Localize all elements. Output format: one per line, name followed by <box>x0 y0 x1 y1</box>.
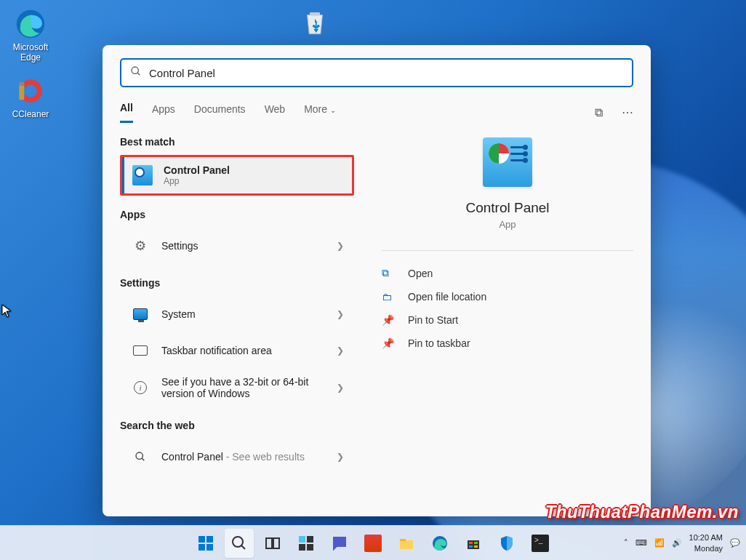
result-settings-app[interactable]: ⚙ Settings ❯ <box>120 228 354 264</box>
taskbar-office[interactable] <box>358 529 388 558</box>
svg-rect-18 <box>299 544 305 551</box>
section-best-match: Best match <box>120 136 354 148</box>
chevron-right-icon: ❯ <box>337 241 344 251</box>
desktop-label: CCleaner <box>3 109 58 119</box>
svg-rect-16 <box>299 536 305 543</box>
action-open-location[interactable]: 🗀Open file location <box>382 285 633 308</box>
svg-rect-2 <box>19 82 24 86</box>
svg-rect-25 <box>474 545 478 548</box>
taskbar-terminal[interactable]: >_ <box>526 529 555 558</box>
preview-title: Control Panel <box>465 200 549 216</box>
chevron-down-icon: ⌄ <box>330 106 336 114</box>
section-settings: Settings <box>120 277 354 289</box>
pin-icon: 📌 <box>382 314 398 326</box>
cursor-icon <box>1 304 12 321</box>
tab-more[interactable]: More ⌄ <box>304 103 336 122</box>
desktop-icon-edge[interactable]: Microsoft Edge <box>3 9 58 63</box>
svg-rect-14 <box>266 538 272 548</box>
start-search-panel: All Apps Documents Web More ⌄ ⧉ ⋯ Best m… <box>103 45 651 516</box>
tab-all[interactable]: All <box>120 102 133 123</box>
action-pin-start[interactable]: 📌Pin to Start <box>382 308 633 332</box>
desktop-icon-ccleaner[interactable]: CCleaner <box>3 76 58 119</box>
svg-rect-19 <box>307 544 313 551</box>
svg-line-7 <box>142 458 144 460</box>
action-open[interactable]: ⧉Open <box>382 261 633 285</box>
search-tabs: All Apps Documents Web More ⌄ ⧉ ⋯ <box>120 102 633 123</box>
keyboard-icon[interactable]: ⌨ <box>635 538 647 548</box>
result-32-64-bit[interactable]: i See if you have a 32-bit or 64-bit ver… <box>120 369 354 407</box>
svg-rect-3 <box>310 12 320 15</box>
svg-point-6 <box>136 452 143 459</box>
svg-rect-8 <box>198 536 205 543</box>
start-button[interactable] <box>191 529 220 558</box>
taskbar-store[interactable] <box>459 529 488 558</box>
svg-rect-17 <box>307 536 313 543</box>
open-icon: ⧉ <box>382 267 398 279</box>
result-taskbar-notification[interactable]: Taskbar notification area ❯ <box>120 332 354 369</box>
svg-rect-15 <box>273 538 279 548</box>
svg-line-13 <box>241 545 245 549</box>
svg-point-12 <box>233 537 243 547</box>
svg-rect-22 <box>469 542 473 544</box>
folder-icon: 🗀 <box>382 291 398 303</box>
filter-icon[interactable]: ⧉ <box>595 106 603 119</box>
svg-rect-24 <box>469 545 473 548</box>
desktop-icon-recycle[interactable] <box>287 7 342 41</box>
info-icon: i <box>134 381 147 394</box>
search-icon <box>130 65 142 80</box>
tray-chevron-icon[interactable]: ˄ <box>624 538 628 548</box>
preview-pane: Control Panel App ⧉Open 🗀Open file locat… <box>360 123 633 516</box>
tab-documents[interactable]: Documents <box>194 103 246 122</box>
taskbar-security[interactable] <box>492 529 521 558</box>
svg-rect-9 <box>206 536 213 543</box>
svg-rect-20 <box>400 539 406 541</box>
result-web-control-panel[interactable]: Control Panel - See web results ❯ <box>120 439 354 475</box>
svg-rect-10 <box>198 544 205 551</box>
notifications-icon[interactable]: 💬 <box>730 538 740 548</box>
tab-web[interactable]: Web <box>265 103 286 122</box>
tab-apps[interactable]: Apps <box>152 103 175 122</box>
section-web: Search the web <box>120 420 354 431</box>
system-tray[interactable]: ˄ ⌨ 📶 🔊 10:20 AM Monday 💬 <box>624 532 740 553</box>
volume-icon[interactable]: 🔊 <box>672 538 682 548</box>
taskbar-chat[interactable] <box>325 529 354 558</box>
widgets[interactable] <box>292 529 321 558</box>
chevron-right-icon: ❯ <box>337 452 344 462</box>
taskbar-explorer[interactable] <box>392 529 421 558</box>
watermark: ThuThuatPhanMem.vn <box>545 502 739 522</box>
more-options-icon[interactable]: ⋯ <box>622 105 633 119</box>
taskbar-search[interactable] <box>225 529 254 558</box>
preview-subtitle: App <box>499 219 516 230</box>
search-icon <box>129 446 151 468</box>
divider <box>382 250 633 251</box>
svg-line-5 <box>137 73 140 75</box>
task-view[interactable] <box>258 529 287 558</box>
clock[interactable]: 10:20 AM Monday <box>689 532 723 553</box>
result-subtitle: App <box>164 176 348 186</box>
control-panel-icon <box>132 165 153 185</box>
action-pin-taskbar[interactable]: 📌Pin to taskbar <box>382 332 633 355</box>
search-box[interactable] <box>120 58 633 87</box>
gear-icon: ⚙ <box>135 238 146 254</box>
result-system[interactable]: System ❯ <box>120 296 354 332</box>
taskbar: >_ ˄ ⌨ 📶 🔊 10:20 AM Monday 💬 <box>0 525 746 560</box>
taskbar-icon <box>133 345 148 356</box>
search-input[interactable] <box>149 67 623 79</box>
result-title: Control Panel <box>164 164 348 176</box>
section-apps: Apps <box>120 209 354 220</box>
wifi-icon[interactable]: 📶 <box>654 538 665 548</box>
desktop-label: Microsoft Edge <box>3 42 58 63</box>
svg-rect-11 <box>206 544 213 551</box>
taskbar-edge[interactable] <box>425 529 454 558</box>
svg-point-4 <box>132 67 138 73</box>
monitor-icon <box>133 308 148 320</box>
pin-icon: 📌 <box>382 337 398 349</box>
control-panel-large-icon <box>483 137 532 187</box>
chevron-right-icon: ❯ <box>337 383 344 393</box>
svg-rect-23 <box>474 542 478 544</box>
result-control-panel[interactable]: Control Panel App <box>122 157 352 193</box>
chevron-right-icon: ❯ <box>337 309 344 319</box>
highlight-annotation: Control Panel App <box>120 155 354 196</box>
chevron-right-icon: ❯ <box>337 345 344 356</box>
